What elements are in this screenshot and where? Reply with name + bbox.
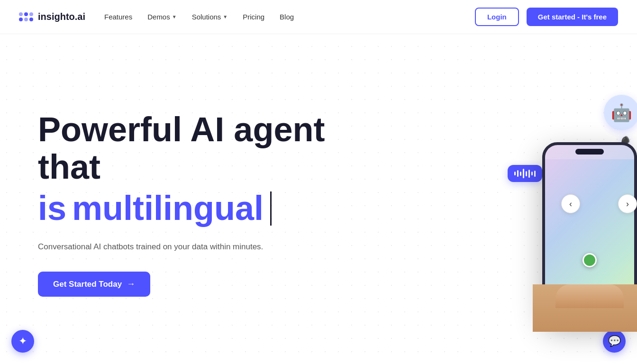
nav-demos[interactable]: Demos ▼ bbox=[147, 13, 176, 21]
phone-notch bbox=[575, 149, 604, 155]
logo-text: insighto.ai bbox=[38, 11, 85, 22]
hero-title-word2: multilingual bbox=[72, 190, 264, 227]
arrow-right-icon: → bbox=[127, 279, 135, 289]
hero-title-word1: is bbox=[38, 190, 66, 227]
hero-section: Powerful AI agent that is multilingual C… bbox=[0, 34, 637, 364]
slider-next-button[interactable]: › bbox=[618, 194, 637, 213]
nav-right: Login Get started - It's free bbox=[475, 8, 618, 26]
wave-bar-b1 bbox=[514, 172, 516, 175]
waveform-bottom bbox=[508, 165, 542, 182]
phone-map bbox=[545, 159, 634, 291]
logo[interactable]: insighto.ai bbox=[19, 11, 85, 22]
nav-pricing[interactable]: Pricing bbox=[243, 13, 264, 21]
hero-subtitle: Conversational AI chatbots trained on yo… bbox=[38, 241, 370, 253]
demos-dropdown-arrow: ▼ bbox=[172, 14, 177, 19]
hero-title-line2: is multilingual bbox=[38, 190, 370, 227]
wave-bar-b7 bbox=[531, 172, 533, 175]
logo-icon bbox=[19, 12, 33, 21]
hero-cta-label: Get Started Today bbox=[53, 280, 122, 289]
wave-bar-b5 bbox=[526, 171, 527, 176]
wave-bar-b6 bbox=[528, 170, 530, 178]
nav-links: Features Demos ▼ Solutions ▼ Pricing Blo… bbox=[104, 13, 294, 21]
text-cursor bbox=[270, 191, 272, 226]
wave-bar-b4 bbox=[523, 169, 524, 178]
login-button[interactable]: Login bbox=[475, 8, 519, 26]
map-pin bbox=[582, 253, 597, 267]
hand-area bbox=[533, 284, 637, 332]
hero-content: Powerful AI agent that is multilingual C… bbox=[38, 111, 370, 297]
finger bbox=[555, 284, 624, 308]
hand-skin bbox=[533, 284, 637, 332]
nav-blog[interactable]: Blog bbox=[280, 13, 294, 21]
wave-bar-b2 bbox=[517, 170, 519, 177]
nav-left: insighto.ai Features Demos ▼ Solutions ▼… bbox=[19, 11, 294, 22]
hero-cta-button[interactable]: Get Started Today → bbox=[38, 272, 150, 297]
get-started-nav-button[interactable]: Get started - It's free bbox=[527, 8, 618, 26]
navbar: insighto.ai Features Demos ▼ Solutions ▼… bbox=[0, 0, 637, 34]
hero-title-line1: Powerful AI agent that bbox=[38, 111, 370, 186]
wave-bar-b3 bbox=[520, 172, 521, 176]
hero-image-container: ‹ › 🤖 📞 😊 bbox=[590, 76, 609, 332]
nav-features[interactable]: Features bbox=[104, 13, 132, 21]
solutions-dropdown-arrow: ▼ bbox=[223, 14, 228, 19]
nav-solutions[interactable]: Solutions ▼ bbox=[192, 13, 228, 21]
slider-prev-button[interactable]: ‹ bbox=[561, 194, 580, 213]
robot-avatar: 🤖 bbox=[604, 95, 637, 130]
wave-bar-b8 bbox=[534, 171, 536, 177]
